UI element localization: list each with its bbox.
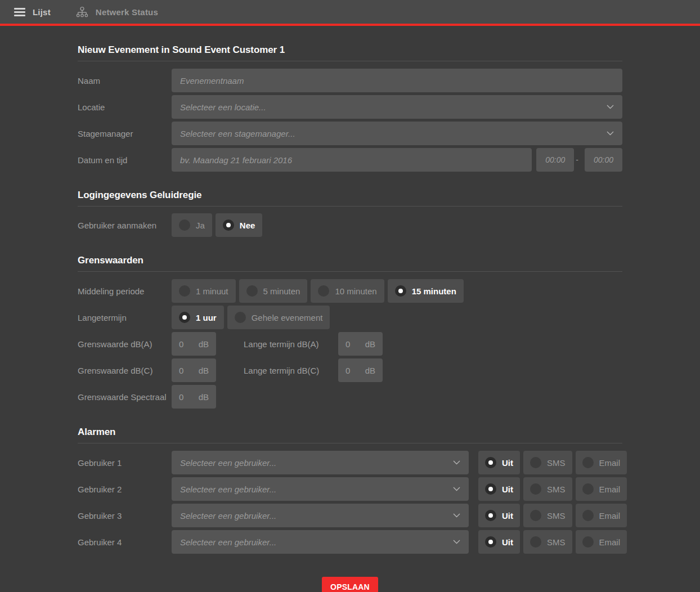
- save-button-container: OPSLAAN: [78, 577, 622, 592]
- radio-circle-icon: [485, 536, 496, 548]
- gebruiker-1-row: Gebruiker 1 Selecteer een gebruiker... U…: [78, 451, 622, 474]
- locatie-select[interactable]: Selecteer een locatie...: [172, 95, 622, 119]
- radio-5-minuten[interactable]: 5 minuten: [239, 279, 308, 303]
- gebruiker-4-select[interactable]: Selecteer een gebruiker...: [172, 530, 469, 554]
- lange-termijn-dbc-label: Lange termijn dB(C): [244, 366, 338, 375]
- radio-nee[interactable]: Nee: [216, 213, 263, 237]
- radio-email[interactable]: Email: [576, 530, 627, 554]
- gebruiker-3-row: Gebruiker 3 Selecteer een gebruiker... U…: [78, 504, 622, 527]
- grenswaarde-spectraal-input[interactable]: 0 dB: [172, 385, 216, 409]
- radio-email[interactable]: Email: [576, 477, 627, 501]
- naam-placeholder: Evenementnaam: [180, 76, 244, 86]
- radio-label: 15 minuten: [412, 286, 456, 296]
- gebruiker-4-label: Gebruiker 4: [78, 537, 172, 547]
- radio-sms[interactable]: SMS: [523, 477, 572, 501]
- radio-label: Uit: [502, 485, 513, 494]
- radio-label: Nee: [240, 221, 255, 230]
- gebruiker-2-placeholder: Selecteer een gebruiker...: [180, 485, 276, 494]
- radio-label: 10 minuten: [335, 286, 376, 296]
- radio-label: 1 minuut: [196, 286, 228, 296]
- radio-uit[interactable]: Uit: [478, 504, 520, 527]
- radio-sms[interactable]: SMS: [523, 504, 572, 527]
- radio-label: 1 uur: [196, 313, 217, 322]
- menu-toggle[interactable]: Lijst: [14, 7, 51, 17]
- radio-label: Email: [599, 511, 621, 521]
- section-divider: [78, 61, 622, 61]
- radio-sms[interactable]: SMS: [523, 451, 572, 474]
- grenswaarde-dbc-label: Grenswaarde dB(C): [78, 366, 172, 375]
- radio-circle-icon: [530, 510, 541, 521]
- chevron-down-icon: [453, 487, 460, 491]
- radio-gehele-evenement[interactable]: Gehele evenement: [227, 306, 330, 329]
- radio-label: 5 minuten: [263, 286, 300, 296]
- gebruiker-1-label: Gebruiker 1: [78, 458, 172, 468]
- grenswaarde-spectraal-label: Grenswaarde Spectraal: [78, 392, 172, 402]
- grenswaarde-dba-label: Grenswaarde dB(A): [78, 339, 172, 349]
- radio-label: SMS: [547, 458, 566, 468]
- radio-circle-icon: [223, 219, 234, 231]
- radio-10-minuten[interactable]: 10 minuten: [311, 279, 384, 303]
- radio-uit[interactable]: Uit: [478, 451, 520, 474]
- radio-circle-icon: [179, 312, 190, 323]
- lange-termijn-dbc-input[interactable]: 0 dB: [338, 358, 383, 382]
- radio-circle-icon: [235, 312, 246, 323]
- gebruiker-3-select[interactable]: Selecteer een gebruiker...: [172, 504, 469, 527]
- radio-1-minuut[interactable]: 1 minuut: [172, 279, 236, 303]
- stagemanager-row: Stagemanager Selecteer een stagemanager.…: [78, 122, 622, 145]
- stagemanager-placeholder: Selecteer een stagemanager...: [180, 129, 295, 138]
- radio-uit[interactable]: Uit: [478, 477, 520, 501]
- datum-placeholder: bv. Maandag 21 februari 2016: [180, 155, 292, 165]
- gebruiker-1-select[interactable]: Selecteer een gebruiker...: [172, 451, 469, 474]
- radio-label: Uit: [502, 537, 513, 547]
- gebruiker-2-select[interactable]: Selecteer een gebruiker...: [172, 477, 469, 501]
- radio-circle-icon: [582, 536, 594, 548]
- radio-uit[interactable]: Uit: [478, 530, 520, 554]
- end-time-input[interactable]: 00:00: [585, 148, 622, 172]
- save-button[interactable]: OPSLAAN: [322, 577, 378, 592]
- db-value: 0: [345, 366, 350, 375]
- gebruiker-2-label: Gebruiker 2: [78, 485, 172, 494]
- langetermijn-row: Langetermijn 1 uur Gehele evenement: [78, 306, 622, 329]
- datum-row: Datum en tijd bv. Maandag 21 februari 20…: [78, 148, 622, 172]
- start-time-input[interactable]: 00:00: [536, 148, 574, 172]
- radio-1-uur[interactable]: 1 uur: [172, 306, 224, 329]
- page-title: Nieuw Evenement in Sound Event Customer …: [78, 44, 622, 56]
- middeling-periode-radio-group: 1 minuut 5 minuten 10 minuten 15 minuten: [172, 279, 467, 303]
- gebruiker-2-row: Gebruiker 2 Selecteer een gebruiker... U…: [78, 477, 622, 501]
- section-divider: [78, 206, 622, 207]
- grenswaarde-dbc-input[interactable]: 0 dB: [172, 358, 216, 382]
- radio-circle-icon: [582, 510, 594, 521]
- radio-label: SMS: [547, 485, 566, 494]
- grenswaarde-dba-row: Grenswaarde dB(A) 0 dB Lange termijn dB(…: [78, 332, 622, 356]
- chevron-down-icon: [607, 105, 614, 109]
- grenswaarde-dba-input[interactable]: 0 dB: [172, 332, 216, 356]
- stagemanager-select[interactable]: Selecteer een stagemanager...: [172, 122, 622, 145]
- radio-circle-icon: [318, 285, 329, 297]
- langetermijn-radio-group: 1 uur Gehele evenement: [172, 306, 333, 329]
- network-status-nav[interactable]: Netwerk Status: [51, 6, 158, 18]
- db-unit: dB: [199, 392, 209, 402]
- middeling-periode-label: Middeling periode: [78, 286, 172, 296]
- top-nav-bar: Lijst Netwerk Status: [0, 0, 700, 24]
- section-divider: [78, 271, 622, 272]
- radio-15-minuten[interactable]: 15 minuten: [388, 279, 464, 303]
- radio-circle-icon: [179, 285, 190, 297]
- naam-label: Naam: [78, 76, 172, 86]
- radio-label: Email: [599, 537, 621, 547]
- datum-input[interactable]: bv. Maandag 21 februari 2016: [172, 148, 532, 172]
- lange-termijn-dba-input[interactable]: 0 dB: [338, 332, 383, 356]
- radio-email[interactable]: Email: [576, 504, 627, 527]
- radio-circle-icon: [530, 536, 541, 548]
- radio-circle-icon: [395, 285, 406, 297]
- datum-label: Datum en tijd: [78, 155, 172, 165]
- chevron-down-icon: [453, 513, 460, 518]
- menu-label: Lijst: [33, 7, 51, 17]
- radio-circle-icon: [530, 457, 541, 468]
- gebruiker-3-label: Gebruiker 3: [78, 511, 172, 521]
- radio-label: SMS: [547, 511, 566, 521]
- radio-sms[interactable]: SMS: [523, 530, 572, 554]
- db-unit: dB: [365, 339, 375, 349]
- radio-email[interactable]: Email: [576, 451, 627, 474]
- radio-ja[interactable]: Ja: [172, 213, 212, 237]
- naam-input[interactable]: Evenementnaam: [172, 69, 622, 92]
